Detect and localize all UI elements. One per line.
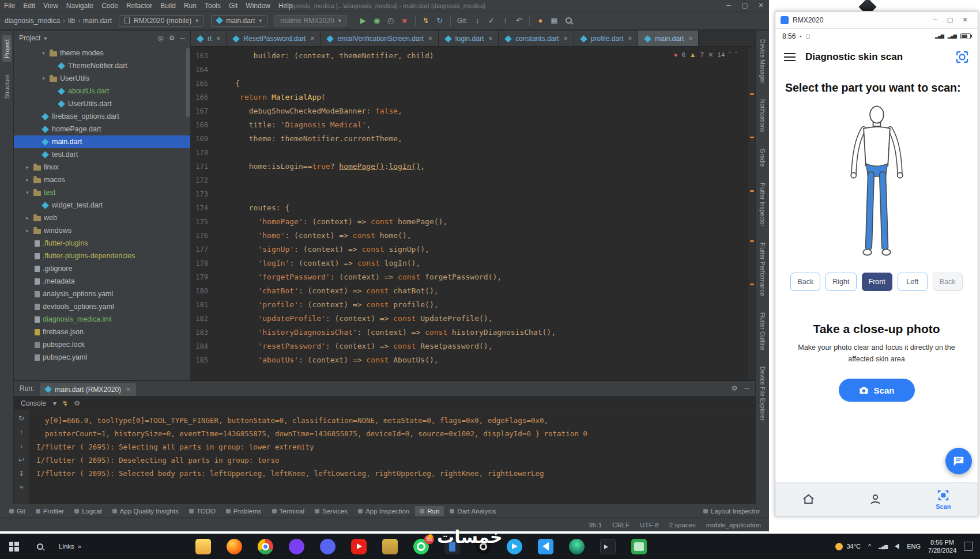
status-95-1[interactable]: 95:1 — [589, 522, 602, 528]
scroll-up-icon[interactable]: ↑ — [20, 428, 23, 436]
scroll-end-icon[interactable]: ↧ — [18, 470, 24, 478]
menu-navigate[interactable]: Navigate — [62, 2, 97, 10]
tree-item-test[interactable]: ▾test — [14, 186, 190, 199]
git-rollback-icon[interactable]: ↶ — [512, 16, 526, 25]
breadcrumb-item[interactable]: main.dart — [83, 17, 112, 25]
tab-close-icon[interactable]: × — [628, 35, 632, 43]
scroll-down-icon[interactable]: ↓ — [20, 442, 23, 450]
toolwindow-app-inspection[interactable]: App Inspection — [353, 506, 414, 516]
tree-item-windows[interactable]: ▸windows — [14, 224, 190, 237]
tray-expand-icon[interactable]: ^ — [868, 543, 871, 550]
soft-wrap-icon[interactable]: ↩ — [18, 456, 24, 464]
menu-window[interactable]: Window — [242, 2, 274, 10]
tab-close-icon[interactable]: × — [488, 35, 492, 43]
tool-button-structure[interactable]: Structure — [2, 70, 12, 103]
taskbar-telegram-icon[interactable] — [507, 539, 522, 554]
toolwindow-run[interactable]: Run — [415, 506, 444, 516]
breadcrumb-item[interactable]: diagnosis_medica — [5, 17, 60, 25]
tab-close-icon[interactable]: × — [688, 35, 692, 43]
tree-item-metadata[interactable]: .metadata — [14, 275, 190, 288]
toolwindow-git[interactable]: Git — [5, 506, 30, 516]
taskbar-discord-icon[interactable] — [320, 539, 336, 554]
menu-run[interactable]: Run — [180, 2, 201, 10]
taskbar-terminal-icon[interactable] — [600, 539, 616, 554]
toolwindow-app-quality-insights[interactable]: App Quality Insights — [108, 506, 183, 516]
editor-tab-login-dart[interactable]: login.dart× — [439, 31, 499, 46]
nav-home[interactable] — [802, 493, 815, 506]
menu-code[interactable]: Code — [97, 2, 122, 10]
layout-icon[interactable]: ▦ — [547, 16, 561, 25]
toolwindow-terminal[interactable]: Terminal — [267, 506, 309, 516]
tree-item-diagnosis-medica-iml[interactable]: diagnosis_medica.iml — [14, 313, 190, 326]
project-panel-header[interactable]: Project ▾ ◎⚙─ — [14, 31, 190, 46]
tool-button-flutter-inspector[interactable]: Flutter Inspector — [758, 179, 767, 231]
toolwindow-logcat[interactable]: Logcat — [70, 506, 107, 516]
close-icon[interactable]: × — [126, 386, 130, 394]
status-crlf[interactable]: CRLF — [612, 522, 630, 528]
git-commit-icon[interactable]: ✓ — [484, 16, 498, 25]
error-stripe[interactable] — [748, 47, 755, 380]
links-toolbar[interactable]: Links » — [52, 543, 88, 550]
taskbar-youtube-icon[interactable] — [351, 539, 367, 554]
git-push-icon[interactable]: ↑ — [498, 16, 512, 25]
chat-fab[interactable] — [945, 448, 972, 474]
stop-icon[interactable]: ■ — [398, 16, 412, 25]
tree-item-macos[interactable]: ▸macos — [14, 173, 190, 186]
minimize-icon[interactable]: ─ — [744, 384, 749, 392]
weather-widget[interactable]: 34°C — [835, 543, 861, 550]
tool-button-gradle[interactable]: Gradle — [758, 145, 767, 171]
face-scan-icon[interactable] — [955, 50, 969, 64]
close-icon[interactable]: ✕ — [753, 2, 769, 9]
volume-icon[interactable] — [895, 543, 899, 549]
settings-icon[interactable]: ⚙ — [74, 399, 80, 407]
tool-button-project[interactable]: Project — [2, 35, 12, 62]
close-icon[interactable]: ✕ — [958, 16, 973, 24]
inspections-widget[interactable]: ● 6 ▲ 7 ✕ 14 ˆ ˇ — [670, 50, 741, 60]
tree-item-flutter-plugins-dependencies[interactable]: .flutter-plugins-dependencies — [14, 250, 190, 262]
settings-icon[interactable]: ⚙ — [169, 34, 175, 42]
tool-button-flutter-outline[interactable]: Flutter Outline — [758, 308, 767, 354]
tree-item-pubspec-lock[interactable]: pubspec.lock — [14, 338, 190, 351]
project-scrollbar[interactable] — [186, 48, 190, 117]
editor-tab-rt[interactable]: rt× — [191, 31, 227, 46]
clock[interactable]: 8:56 PM 7/28/2024 — [928, 538, 956, 555]
console-label[interactable]: Console — [21, 399, 46, 407]
debug-icon[interactable]: ◉ — [370, 16, 384, 25]
tab-close-icon[interactable]: × — [564, 35, 568, 43]
tool-button-device-manager[interactable]: Device Manager — [758, 35, 767, 87]
toolwindow-profiler[interactable]: Profiler — [31, 506, 69, 516]
menu-refactor[interactable]: Refactor — [122, 2, 156, 10]
device-selector[interactable]: RMX2020 (mobile) ▾ — [119, 15, 204, 27]
console-output[interactable]: y[0]=666.0, toolType[0]=TOOL_TYPE_FINGER… — [29, 410, 755, 504]
tree-item-flutter-plugins[interactable]: .flutter-plugins — [14, 237, 190, 250]
tool-button-notifications[interactable]: Notifications — [758, 95, 767, 136]
tree-item-userutils-dart[interactable]: UserUtils.dart — [14, 97, 190, 110]
run-tab[interactable]: main.dart (RMX2020) × — [40, 383, 136, 396]
tree-item-linux[interactable]: ▸linux — [14, 161, 190, 173]
editor-tab-main-dart[interactable]: main.dart× — [638, 31, 699, 46]
code-editor[interactable]: 163 builder: (context, themeNotifier, ch… — [191, 47, 755, 380]
phone-window-titlebar[interactable]: RMX2020 ─▢✕ — [775, 12, 978, 29]
menu-file[interactable]: File — [0, 2, 19, 10]
tree-item-aboutus-dart[interactable]: aboutUs.dart — [14, 85, 190, 97]
tree-item-main-dart[interactable]: main.dart — [14, 135, 190, 148]
tree-item-test-dart[interactable]: test.dart — [14, 148, 190, 161]
taskbar-firefox-icon[interactable] — [227, 539, 242, 554]
status-utf-8[interactable]: UTF-8 — [640, 522, 659, 528]
tree-item-firebase-json[interactable]: firebase.json — [14, 326, 190, 338]
body-figure[interactable] — [840, 102, 914, 263]
scan-button[interactable]: Scan — [839, 379, 915, 402]
tree-item-gitignore[interactable]: .gitignore — [14, 262, 190, 275]
hide-panel-icon[interactable]: ─ — [180, 34, 185, 42]
toolwindow-todo[interactable]: TODO — [184, 506, 220, 516]
language-indicator[interactable]: ENG — [907, 543, 921, 550]
tab-close-icon[interactable]: × — [428, 35, 432, 43]
sync-status-icon[interactable]: ● — [533, 16, 547, 25]
nav-profile[interactable] — [869, 493, 882, 506]
locate-file-icon[interactable]: ◎ — [157, 34, 163, 42]
minimize-icon[interactable]: ─ — [928, 16, 943, 24]
taskbar-chrome-icon[interactable] — [258, 539, 273, 554]
segment-back[interactable]: Back — [933, 273, 963, 291]
profiler-icon[interactable]: ◴ — [384, 16, 398, 25]
target-device-selector[interactable]: realme RMX2020 ▾ — [274, 15, 346, 27]
